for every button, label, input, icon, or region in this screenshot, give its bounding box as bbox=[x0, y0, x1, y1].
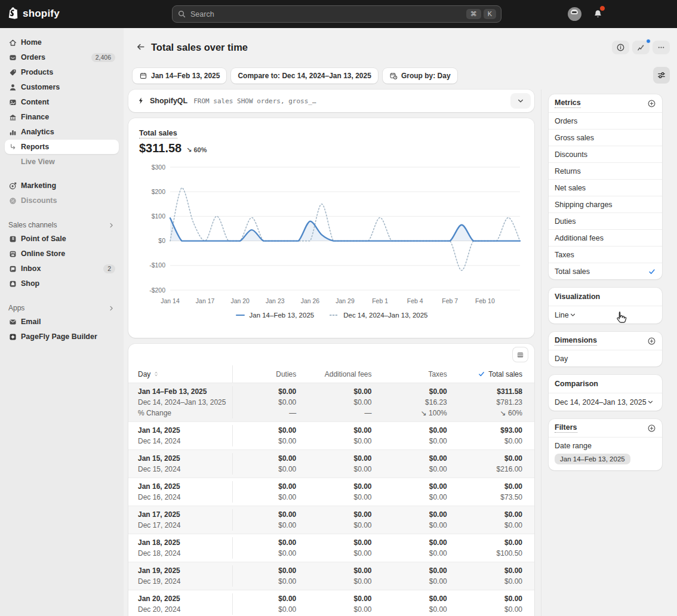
search-input[interactable]: Search ⌘ K bbox=[172, 5, 501, 23]
shopify-logo[interactable]: shopify bbox=[6, 6, 60, 21]
count-badge: 2,406 bbox=[91, 53, 115, 62]
back-button[interactable] bbox=[133, 39, 147, 54]
sidebar-item-live-view[interactable]: Live View bbox=[5, 155, 119, 169]
shopifyql-bar[interactable]: ShopifyQL FROM sales SHOW orders, gross_… bbox=[128, 90, 534, 112]
add-metric-button[interactable] bbox=[647, 99, 656, 108]
add-filter-button[interactable] bbox=[647, 424, 656, 433]
expand-query-button[interactable] bbox=[510, 93, 531, 109]
bolt-icon bbox=[137, 97, 145, 105]
add-dimension-button[interactable] bbox=[647, 337, 656, 346]
metric-item-discounts[interactable]: Discounts bbox=[549, 146, 662, 162]
filters-body: Date range Jan 14–Feb 13, 2025 bbox=[549, 437, 662, 470]
kpi-label: Total sales bbox=[139, 129, 177, 138]
notifications-button[interactable] bbox=[590, 7, 605, 21]
sidebar-item-point-of-sale[interactable]: Point of Sale bbox=[5, 232, 119, 246]
visualization-select[interactable]: Line bbox=[549, 306, 662, 324]
column-header-duties[interactable]: Duties bbox=[233, 370, 308, 378]
sidebar-item-analytics[interactable]: Analytics bbox=[5, 125, 119, 139]
sidebar-item-reports[interactable]: Reports bbox=[5, 140, 119, 154]
visualization-header: Visualization bbox=[549, 288, 662, 306]
column-header-day[interactable]: Day bbox=[128, 365, 233, 383]
metric-item-orders[interactable]: Orders bbox=[549, 112, 662, 129]
back-arrow-icon bbox=[136, 42, 146, 52]
date-range-chip[interactable]: Jan 14–Feb 13, 2025 bbox=[133, 68, 226, 84]
marketing-icon bbox=[8, 181, 17, 190]
notification-badge bbox=[599, 5, 605, 11]
customize-rail: Metrics OrdersGross salesDiscountsReturn… bbox=[541, 90, 677, 616]
metric-item-duties[interactable]: Duties bbox=[549, 212, 662, 229]
store-icon bbox=[8, 250, 17, 258]
sidebar-item-home[interactable]: Home bbox=[5, 35, 119, 50]
header-actions bbox=[612, 41, 670, 54]
sidebar-item-products[interactable]: Products bbox=[5, 65, 119, 79]
insights-button[interactable] bbox=[632, 41, 650, 54]
kpi-change: ↘ 60% bbox=[186, 146, 207, 154]
group-by-chip-label: Group by: Day bbox=[401, 72, 451, 80]
sidebar-item-orders[interactable]: Orders2,406 bbox=[5, 50, 119, 64]
sidebar-item-shop[interactable]: Shop bbox=[5, 276, 119, 291]
sidebar-nav: HomeOrders2,406ProductsCustomersContentF… bbox=[5, 35, 119, 344]
home-icon bbox=[8, 38, 17, 47]
sidebar-item-discounts: Discounts bbox=[5, 193, 119, 208]
metric-item-taxes[interactable]: Taxes bbox=[549, 246, 662, 263]
table-body: Jan 14–Feb 13, 2025Dec 14, 2024–Jan 13, … bbox=[128, 383, 534, 616]
metrics-list: OrdersGross salesDiscountsReturnsNet sal… bbox=[549, 112, 662, 279]
keyboard-shortcut: ⌘ K bbox=[466, 9, 496, 19]
table-row-group: Jan 14, 2025Dec 14, 2024$0.00$0.00$0.00$… bbox=[128, 421, 534, 449]
sidebar-item-email[interactable]: Email bbox=[5, 315, 119, 329]
metric-item-shipping-charges[interactable]: Shipping charges bbox=[549, 196, 662, 212]
discounts-icon bbox=[8, 196, 17, 205]
inbox-icon bbox=[8, 264, 17, 273]
svg-text:Jan 26: Jan 26 bbox=[301, 297, 320, 304]
dimension-item-day[interactable]: Day bbox=[549, 350, 662, 366]
sidebar-section-apps[interactable]: Apps bbox=[5, 301, 119, 315]
customize-panel-toggle[interactable] bbox=[653, 67, 670, 84]
content-icon bbox=[8, 98, 17, 107]
sales-line-chart[interactable]: $300$200$100$0-$100-$200Jan 14Jan 17Jan … bbox=[139, 160, 525, 309]
table-row-group: Jan 16, 2025Dec 16, 2024$0.00$0.00$0.00$… bbox=[128, 478, 534, 506]
shop-icon bbox=[8, 279, 17, 288]
customers-icon bbox=[8, 83, 17, 92]
table-row-group: Jan 19, 2025Dec 19, 2024$0.00$0.00$0.00$… bbox=[128, 562, 534, 590]
total-sales-chart-card: Total sales $311.58 ↘ 60% $300$200$100$0… bbox=[128, 118, 534, 338]
column-header-taxes[interactable]: Taxes bbox=[384, 370, 459, 378]
date-range-filter-pill[interactable]: Jan 14–Feb 13, 2025 bbox=[555, 454, 630, 464]
svg-text:Jan 20: Jan 20 bbox=[230, 297, 250, 304]
metric-item-additional-fees[interactable]: Additional fees bbox=[549, 229, 662, 246]
sidebar-item-finance[interactable]: Finance bbox=[5, 110, 119, 124]
more-actions-button[interactable] bbox=[653, 41, 670, 54]
avatar[interactable] bbox=[567, 7, 581, 21]
comparison-select[interactable]: Dec 14, 2024–Jan 13, 2025 bbox=[549, 393, 662, 411]
filters-card: Filters Date range Jan 14–Feb 13, 2025 bbox=[549, 419, 662, 470]
elbow-icon bbox=[8, 143, 17, 152]
chevron-down-icon bbox=[569, 311, 577, 319]
topbar: shopify Search ⌘ K bbox=[0, 0, 677, 28]
sidebar-item-inbox[interactable]: Inbox2 bbox=[5, 261, 119, 276]
legend-compare-period: Dec 14, 2024–Jan 13, 2025 bbox=[330, 312, 427, 319]
sidebar-item-online-store[interactable]: Online Store bbox=[5, 247, 119, 261]
table-row-group: Jan 18, 2025Dec 18, 2024$0.00$0.00$0.00$… bbox=[128, 534, 534, 562]
visualization-card: Visualization Line bbox=[549, 288, 662, 324]
metric-item-total-sales[interactable]: Total sales bbox=[549, 263, 662, 279]
metric-item-returns[interactable]: Returns bbox=[549, 162, 662, 179]
chevron-down-icon bbox=[516, 97, 525, 105]
sidebar-item-marketing[interactable]: Marketing bbox=[5, 178, 119, 193]
sidebar-item-content[interactable]: Content bbox=[5, 95, 119, 109]
pagefly-icon bbox=[8, 332, 17, 341]
table-summary-row: Jan 14–Feb 13, 2025Dec 14, 2024–Jan 13, … bbox=[128, 383, 534, 421]
column-header-total-sales[interactable]: Total sales bbox=[459, 370, 534, 378]
metric-item-net-sales[interactable]: Net sales bbox=[549, 179, 662, 196]
k-key: K bbox=[484, 9, 496, 19]
sidebar-item-pagefly-page-builder[interactable]: PageFly Page Builder bbox=[5, 329, 119, 344]
metric-item-gross-sales[interactable]: Gross sales bbox=[549, 129, 662, 146]
info-icon bbox=[616, 43, 625, 52]
sidebar-section-sales-channels[interactable]: Sales channels bbox=[5, 218, 119, 232]
group-by-chip[interactable]: Group by: Day bbox=[383, 68, 457, 84]
sidebar-item-customers[interactable]: Customers bbox=[5, 80, 119, 94]
analytics-icon bbox=[8, 128, 17, 137]
report-filters-bar: Jan 14–Feb 13, 2025 Compare to: Dec 14, … bbox=[133, 68, 457, 84]
compare-to-chip[interactable]: Compare to: Dec 14, 2024–Jan 13, 2025 bbox=[231, 68, 377, 84]
column-header-additional-fees[interactable]: Additional fees bbox=[308, 370, 383, 378]
table-view-button[interactable] bbox=[512, 347, 528, 362]
info-button[interactable] bbox=[612, 41, 629, 54]
